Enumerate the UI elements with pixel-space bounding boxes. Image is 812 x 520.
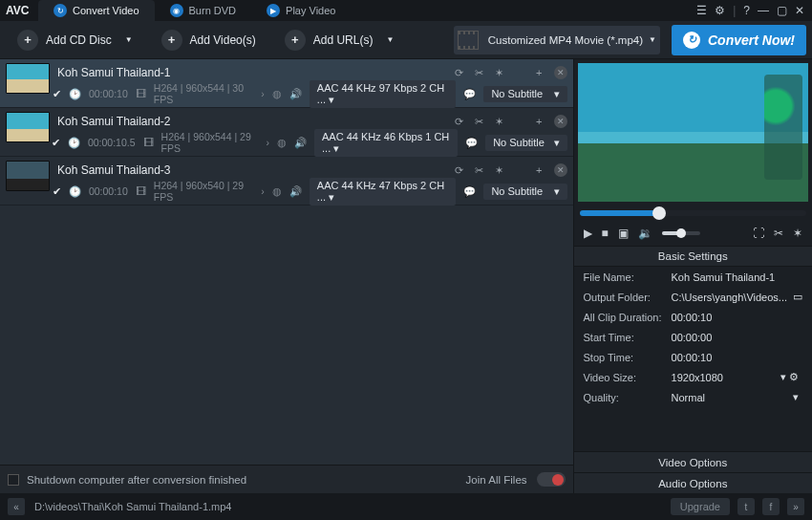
plus-url-icon: + [285, 30, 306, 51]
subtitle-select[interactable]: No Subtitle▾ [483, 184, 566, 200]
convert-now-button[interactable]: ↻ Convert Now! [672, 25, 806, 55]
maximize-icon[interactable]: ▢ [777, 4, 787, 17]
facebook-icon[interactable]: f [762, 498, 780, 515]
collapse-right-button[interactable]: » [787, 498, 804, 515]
help-icon[interactable]: ? [743, 4, 750, 17]
tab-label: Convert Video [73, 5, 139, 16]
chevron-down-icon: ▼ [649, 35, 656, 44]
preview-video-frame [578, 63, 808, 202]
audio-track-select[interactable]: AAC 44 KHz 97 Kbps 2 CH ... ▾ [310, 80, 457, 108]
chevron-right-icon[interactable]: › [261, 185, 265, 197]
tab-play-video[interactable]: ▶ Play Video [251, 0, 351, 21]
twitter-icon[interactable]: t [737, 498, 755, 515]
chevron-down-icon: ▼ [125, 35, 133, 44]
refresh-item-icon[interactable]: ⟳ [455, 164, 463, 177]
cut-item-icon[interactable]: ✂ [475, 116, 483, 128]
add-cd-disc-button[interactable]: + Add CD Disc ▼ [6, 27, 144, 54]
item-codec: H264 | 960x544 | 29 FPS [161, 131, 259, 154]
join-all-toggle[interactable] [537, 472, 566, 487]
output-format-select[interactable]: Customized MP4 Movie (*.mp4) ▼ [454, 26, 660, 54]
fullscreen-button[interactable]: ⛶ [753, 227, 764, 240]
info-icon[interactable]: ◍ [272, 185, 282, 197]
tab-convert-video[interactable]: ↻ Convert Video [38, 0, 155, 21]
item-checkbox[interactable]: ✔ [53, 88, 61, 99]
add-urls-button[interactable]: + Add URL(s) ▼ [273, 27, 406, 54]
effects-item-icon[interactable]: ✶ [495, 116, 503, 128]
film-icon [458, 31, 479, 50]
refresh-icon: ↻ [53, 4, 67, 17]
play-button[interactable]: ▶ [584, 227, 592, 240]
cut-button[interactable]: ✂ [774, 227, 783, 240]
speaker-icon[interactable]: 🔉 [638, 227, 652, 240]
info-icon[interactable]: ◍ [277, 137, 287, 148]
stop-time-label: Stop Time: [584, 352, 672, 363]
player-controls: ▶ ■ ▣ 🔉 ⛶ ✂ ✶ [574, 221, 812, 246]
tab-burn-dvd[interactable]: ◉ Burn DVD [155, 0, 252, 21]
film-icon: 🎞 [136, 88, 146, 99]
video-options-button[interactable]: Video Options [574, 451, 812, 472]
add-videos-label: Add Video(s) [190, 33, 256, 47]
clock-icon: 🕑 [68, 137, 80, 149]
video-thumbnail [6, 112, 50, 142]
info-icon[interactable]: ◍ [272, 88, 282, 99]
remove-item-icon[interactable]: ✕ [554, 115, 567, 128]
cut-item-icon[interactable]: ✂ [475, 164, 483, 177]
output-folder-value: C:\Users\yangh\Videos...▭ [672, 291, 802, 303]
remove-item-icon[interactable]: ✕ [554, 163, 567, 177]
upgrade-button[interactable]: Upgrade [671, 498, 730, 515]
remove-item-icon[interactable]: ✕ [554, 66, 567, 79]
video-list-panel: Koh Samui Thailand-1 ⟳ ✂ ✶ + ✕ ✔ 🕑 00:00… [0, 59, 573, 493]
play-icon: ▶ [267, 4, 280, 17]
add-segment-icon[interactable]: + [536, 164, 542, 176]
video-item[interactable]: Koh Samui Thailand-3 ⟳ ✂ ✶ + ✕ ✔ 🕑 00:00… [0, 157, 573, 206]
video-size-label: Video Size: [584, 372, 672, 383]
add-segment-icon[interactable]: + [536, 67, 542, 78]
audio-track-select[interactable]: AAC 44 KHz 47 Kbps 2 CH ... ▾ [310, 178, 457, 206]
settings-icon[interactable]: ⚙ [715, 4, 725, 17]
audio-options-button[interactable]: Audio Options [574, 472, 812, 493]
close-icon[interactable]: ✕ [795, 4, 804, 17]
collapse-left-button[interactable]: « [8, 498, 25, 515]
video-item[interactable]: Koh Samui Thailand-2 ⟳ ✂ ✶ + ✕ ✔ 🕑 00:00… [0, 108, 573, 157]
chevron-right-icon[interactable]: › [267, 137, 270, 148]
browse-folder-icon[interactable]: ▭ [793, 291, 802, 303]
item-checkbox[interactable]: ✔ [52, 137, 60, 148]
basic-settings-header: Basic Settings [574, 246, 812, 267]
minimize-icon[interactable]: — [758, 4, 769, 17]
subtitle-select[interactable]: No Subtitle▾ [483, 86, 566, 102]
refresh-item-icon[interactable]: ⟳ [455, 67, 463, 79]
shutdown-checkbox[interactable] [8, 474, 19, 486]
tab-label: Play Video [286, 5, 335, 16]
add-segment-icon[interactable]: + [536, 116, 542, 127]
video-item[interactable]: Koh Samui Thailand-1 ⟳ ✂ ✶ + ✕ ✔ 🕑 00:00… [0, 59, 573, 108]
status-bar: « D:\videos\Thai\Koh Samui Thailand-1.mp… [0, 493, 812, 520]
refresh-item-icon[interactable]: ⟳ [455, 116, 463, 128]
audio-track-select[interactable]: AAC 44 KHz 46 Kbps 1 CH ... ▾ [314, 129, 458, 157]
seek-bar[interactable] [580, 210, 806, 216]
effects-item-icon[interactable]: ✶ [495, 67, 503, 79]
chevron-right-icon[interactable]: › [261, 88, 265, 99]
disc-icon: ◉ [170, 4, 183, 17]
subtitle-select[interactable]: No Subtitle▾ [485, 135, 566, 151]
preview-panel: ▶ ■ ▣ 🔉 ⛶ ✂ ✶ Basic Settings File Name:K… [573, 59, 812, 493]
speaker-icon: 🔊 [289, 185, 302, 198]
mode-tabs: ↻ Convert Video ◉ Burn DVD ▶ Play Video [38, 0, 351, 21]
volume-slider[interactable] [662, 231, 700, 235]
item-codec: H264 | 960x540 | 29 FPS [154, 180, 254, 203]
shutdown-label: Shutdown computer after conversion finis… [27, 474, 246, 486]
plus-video-icon: + [161, 30, 182, 51]
video-size-select[interactable]: 1920x1080▾ ⚙ [672, 371, 802, 383]
stop-button[interactable]: ■ [602, 227, 609, 240]
snapshot-button[interactable]: ▣ [618, 227, 629, 240]
convert-refresh-icon: ↻ [683, 32, 700, 49]
effects-item-icon[interactable]: ✶ [495, 164, 503, 177]
app-logo: AVC [0, 4, 38, 17]
format-label: Customized MP4 Movie (*.mp4) [488, 34, 643, 46]
quality-select[interactable]: Normal▾ [672, 391, 802, 403]
menu-icon[interactable]: ☰ [696, 4, 707, 17]
start-time-value: 00:00:00 [672, 332, 802, 343]
item-checkbox[interactable]: ✔ [53, 185, 61, 197]
add-videos-button[interactable]: + Add Video(s) [150, 27, 267, 54]
cut-item-icon[interactable]: ✂ [475, 67, 483, 79]
expand-button[interactable]: ✶ [793, 227, 802, 240]
